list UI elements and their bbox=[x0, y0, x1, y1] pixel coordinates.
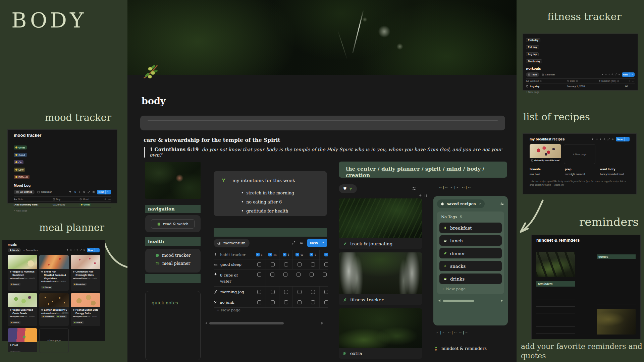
mood-table-row[interactable]: [Add summary here] 01/29/2026 Great bbox=[14, 202, 111, 208]
mood-tag-ok[interactable]: Ok bbox=[14, 160, 23, 164]
horizontal-scrollbar[interactable] bbox=[205, 322, 323, 324]
tab-calendar[interactable]: Calendar bbox=[542, 73, 555, 76]
sort-icon[interactable] bbox=[70, 249, 72, 251]
board-scrollbar[interactable] bbox=[437, 299, 504, 302]
empty-line[interactable] bbox=[597, 268, 636, 277]
checkbox[interactable] bbox=[298, 300, 302, 304]
pill-pull-day[interactable]: Pull day bbox=[526, 45, 539, 49]
gallery-card-track-journaling[interactable]: track & journaling bbox=[339, 198, 422, 249]
meal-card[interactable]: Lemon-Blueberry Granola eatingwell.com/i… bbox=[39, 293, 69, 326]
new-page-row[interactable]: + New page bbox=[14, 209, 111, 212]
pill-cardio-day[interactable]: Cardio day bbox=[526, 59, 542, 63]
empty-line[interactable] bbox=[536, 334, 575, 340]
checkbox-checked[interactable]: ✓ bbox=[324, 253, 328, 256]
meal-card[interactable]: Veggie & Hummus Sandwich eatingwell.com/… bbox=[8, 255, 37, 291]
meal-card[interactable]: Peanut Butter-Date Energy Balls eatingwe… bbox=[71, 293, 100, 326]
checkbox[interactable] bbox=[324, 262, 328, 266]
drag-handle-icon[interactable] bbox=[424, 193, 427, 197]
checkbox[interactable] bbox=[324, 300, 328, 304]
lightning-icon[interactable] bbox=[608, 73, 610, 75]
expand-icon[interactable] bbox=[607, 138, 610, 140]
pill-leg-day[interactable]: Leg day bbox=[526, 52, 539, 56]
new-button[interactable]: New bbox=[307, 239, 327, 247]
expand-icon[interactable] bbox=[615, 73, 617, 75]
checkbox[interactable] bbox=[298, 290, 302, 294]
scroll-left-icon[interactable] bbox=[438, 299, 440, 302]
list-item[interactable]: overnight oatmeal bbox=[565, 173, 600, 176]
empty-line[interactable] bbox=[536, 300, 575, 307]
link-mind[interactable]: mind bbox=[446, 166, 461, 172]
quotes-list-header[interactable]: quotes bbox=[597, 254, 636, 259]
tab-favourites[interactable]: ♥Favourites bbox=[23, 249, 38, 251]
read-watch-button[interactable]: read & watch bbox=[151, 219, 195, 229]
mood-tag-good[interactable]: Good bbox=[14, 153, 27, 157]
empty-line[interactable] bbox=[536, 320, 575, 327]
meal-card[interactable]: Sheet-Pan Roasted Salmon & Vegetables ea… bbox=[39, 255, 69, 291]
list-item-breakfast[interactable]: breakfast bbox=[439, 223, 502, 233]
scrollbar-thumb[interactable] bbox=[443, 300, 474, 302]
meal-planner-link[interactable]: meal planner bbox=[155, 261, 201, 266]
sort-icon[interactable] bbox=[595, 138, 598, 140]
tab-all-entries[interactable]: All entries bbox=[14, 190, 35, 194]
new-page-row[interactable]: + New page bbox=[526, 90, 635, 94]
search-icon[interactable] bbox=[83, 191, 86, 193]
meal-card[interactable]: Fruit Snack bbox=[8, 328, 37, 352]
saved-recipes-tab[interactable]: saved recipes bbox=[437, 199, 485, 208]
checkbox[interactable] bbox=[297, 273, 301, 277]
empty-green-block[interactable] bbox=[214, 228, 327, 237]
sort-icon[interactable] bbox=[605, 73, 607, 75]
checkbox[interactable] bbox=[257, 290, 261, 294]
add-column-icon[interactable] bbox=[629, 80, 631, 82]
add-column-icon[interactable] bbox=[104, 198, 107, 200]
more-icon[interactable] bbox=[632, 80, 635, 82]
search-icon[interactable] bbox=[611, 73, 613, 75]
scroll-right-icon[interactable] bbox=[501, 299, 503, 302]
empty-line[interactable] bbox=[536, 307, 575, 313]
mood-tag-difficult[interactable]: Difficult bbox=[14, 175, 30, 179]
olive-branch-page-icon[interactable] bbox=[142, 62, 160, 80]
new-page-row[interactable]: + New page bbox=[216, 308, 240, 312]
habit-row[interactable]: morning jog bbox=[214, 287, 328, 297]
settings-sliders-icon[interactable] bbox=[618, 73, 620, 75]
list-item-dinner[interactable]: dinner bbox=[439, 248, 502, 258]
empty-line[interactable] bbox=[597, 259, 636, 268]
mood-tracker-link[interactable]: mood tracker bbox=[155, 253, 201, 258]
list-item-drinks[interactable]: drinks bbox=[439, 274, 502, 284]
empty-line[interactable] bbox=[597, 286, 636, 295]
settings-sliders-icon[interactable] bbox=[611, 138, 614, 140]
checkbox[interactable] bbox=[311, 300, 315, 304]
habit-row[interactable]: good sleep bbox=[214, 259, 328, 269]
expand-icon[interactable] bbox=[292, 241, 296, 245]
search-icon[interactable] bbox=[603, 138, 606, 140]
gallery-card-extra[interactable]: extra bbox=[339, 308, 422, 359]
empty-green-block[interactable] bbox=[145, 274, 201, 283]
heart-seedling-pill[interactable]: ♥ bbox=[339, 184, 357, 193]
checkbox[interactable] bbox=[310, 273, 314, 277]
mood-tag-low[interactable]: Low bbox=[14, 168, 25, 172]
settings-sliders-icon[interactable] bbox=[500, 202, 504, 206]
empty-line[interactable] bbox=[536, 313, 575, 320]
pill-push-day[interactable]: Push day bbox=[526, 38, 540, 42]
list-item-lunch[interactable]: lunch bbox=[439, 235, 502, 246]
new-button[interactable]: New bbox=[622, 72, 635, 77]
settings-sliders-icon[interactable] bbox=[92, 191, 95, 193]
habit-row[interactable]: no junk bbox=[214, 297, 328, 308]
meal-card[interactable]: Vegan Superfood Grain Bowls eatingwell.c… bbox=[8, 293, 37, 326]
lightning-icon[interactable] bbox=[78, 191, 81, 193]
empty-line[interactable] bbox=[536, 287, 575, 293]
mood-tag-great[interactable]: Great bbox=[14, 145, 27, 149]
checkbox[interactable] bbox=[270, 273, 274, 277]
checkbox-checked[interactable]: ✓ bbox=[256, 253, 260, 256]
checkbox[interactable] bbox=[298, 262, 302, 266]
checkbox[interactable] bbox=[257, 273, 261, 277]
recipe-card[interactable]: dole whip smoothie bowl bbox=[530, 144, 561, 163]
checkbox[interactable] bbox=[271, 290, 275, 294]
checkbox[interactable] bbox=[257, 300, 261, 304]
list-item[interactable]: acai bowl bbox=[530, 173, 565, 176]
more-icon[interactable] bbox=[108, 198, 111, 201]
tab-calendar[interactable]: Calendar bbox=[37, 190, 52, 193]
new-page-card[interactable]: + New page bbox=[39, 328, 69, 353]
checkbox[interactable] bbox=[271, 262, 275, 266]
lightning-icon[interactable] bbox=[73, 249, 75, 251]
checkbox[interactable] bbox=[271, 300, 275, 304]
